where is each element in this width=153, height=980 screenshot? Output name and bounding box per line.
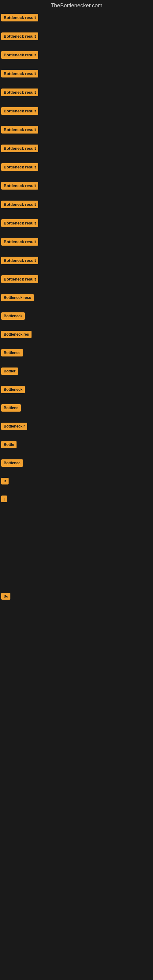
site-title: TheBottlenecker.com bbox=[0, 0, 153, 11]
list-item[interactable]: Bottleneck result bbox=[0, 273, 153, 285]
list-item[interactable]: Bottlenec bbox=[0, 457, 153, 469]
list-item[interactable]: Bottleneck result bbox=[0, 235, 153, 248]
list-item[interactable]: Bottleneck result bbox=[0, 123, 153, 136]
list-item[interactable]: Bottleneck result bbox=[0, 30, 153, 43]
bottleneck-badge[interactable]: Bottleneck result bbox=[1, 275, 38, 283]
list-item[interactable]: Bottler bbox=[0, 365, 153, 377]
list-item[interactable]: Bottleneck result bbox=[0, 180, 153, 192]
list-item[interactable]: Bottleneck result bbox=[0, 254, 153, 267]
list-item[interactable]: Bottle bbox=[0, 439, 153, 451]
bottleneck-badge[interactable]: Bottlene bbox=[1, 404, 21, 412]
list-item[interactable]: Bottleneck result bbox=[0, 142, 153, 155]
bottleneck-badge[interactable]: Bo bbox=[1, 593, 10, 600]
bottleneck-badge[interactable]: Bottleneck result bbox=[1, 70, 38, 78]
empty-space bbox=[0, 639, 153, 676]
list-item[interactable]: Bottleneck result bbox=[0, 11, 153, 24]
list-item[interactable]: Bo bbox=[0, 590, 153, 602]
bottleneck-badge[interactable]: Bottlenec bbox=[1, 349, 23, 356]
bottleneck-badge[interactable]: Bottleneck result bbox=[1, 14, 38, 21]
empty-space bbox=[0, 602, 153, 639]
list-item[interactable]: Bottleneck result bbox=[0, 105, 153, 117]
bottleneck-badge[interactable]: Bottleneck result bbox=[1, 200, 38, 208]
bottleneck-badge[interactable]: Bottleneck bbox=[1, 386, 25, 393]
bottleneck-badge[interactable]: Bottleneck r bbox=[1, 423, 27, 430]
bottleneck-badge[interactable]: Bottlenec bbox=[1, 460, 23, 467]
bottleneck-badge[interactable]: B bbox=[1, 478, 9, 485]
list-item[interactable]: Bottleneck result bbox=[0, 161, 153, 173]
empty-space bbox=[0, 505, 153, 529]
bottleneck-badge[interactable]: Bottleneck result bbox=[1, 219, 38, 227]
bottleneck-badge[interactable]: Bottleneck result bbox=[1, 89, 38, 96]
list-item[interactable]: Bottleneck result bbox=[0, 217, 153, 229]
list-item[interactable]: Bottlenec bbox=[0, 347, 153, 359]
list-item[interactable]: | bbox=[0, 493, 153, 505]
bottleneck-badge[interactable]: Bottleneck result bbox=[1, 145, 38, 152]
bottleneck-badge[interactable]: Bottleneck result bbox=[1, 238, 38, 246]
bottleneck-badge[interactable]: Bottleneck result bbox=[1, 163, 38, 171]
bottleneck-badge[interactable]: Bottleneck result bbox=[1, 182, 38, 189]
bottleneck-badge[interactable]: Bottleneck result bbox=[1, 51, 38, 59]
list-item[interactable]: Bottleneck res bbox=[0, 328, 153, 340]
list-item[interactable]: Bottlene bbox=[0, 402, 153, 414]
bottleneck-badge[interactable]: Bottleneck res bbox=[1, 331, 32, 338]
bottleneck-badge[interactable]: Bottleneck result bbox=[1, 126, 38, 134]
list-item[interactable]: B bbox=[0, 475, 153, 487]
list-item[interactable]: Bottleneck bbox=[0, 383, 153, 396]
list-item[interactable]: Bottleneck result bbox=[0, 67, 153, 80]
bottleneck-badge[interactable]: Bottleneck result bbox=[1, 257, 38, 264]
bottleneck-badge[interactable]: Bottleneck resu bbox=[1, 294, 33, 301]
list-item[interactable]: Bottleneck resu bbox=[0, 291, 153, 304]
list-item[interactable]: Bottleneck result bbox=[0, 49, 153, 61]
list-item[interactable]: Bottleneck bbox=[0, 310, 153, 322]
empty-space bbox=[0, 529, 153, 554]
bottleneck-badge[interactable]: Bottler bbox=[1, 368, 18, 375]
bottleneck-badge[interactable]: | bbox=[1, 495, 7, 502]
empty-space bbox=[0, 554, 153, 590]
empty-space bbox=[0, 676, 153, 712]
list-item[interactable]: Bottleneck result bbox=[0, 198, 153, 211]
list-item[interactable]: Bottleneck result bbox=[0, 86, 153, 99]
bottleneck-badge[interactable]: Bottleneck result bbox=[1, 107, 38, 115]
bottleneck-badge[interactable]: Bottleneck result bbox=[1, 32, 38, 40]
bottleneck-badge[interactable]: Bottleneck bbox=[1, 312, 25, 320]
bottleneck-badge[interactable]: Bottle bbox=[1, 441, 16, 449]
bottleneck-list: Bottleneck result Bottleneck result Bott… bbox=[0, 11, 153, 712]
list-item[interactable]: Bottleneck r bbox=[0, 420, 153, 433]
